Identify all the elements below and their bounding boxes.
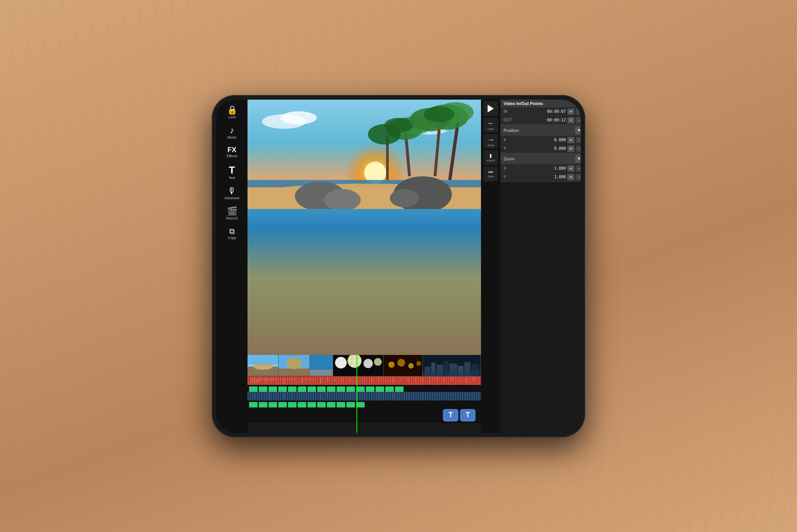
effects-label: Effects xyxy=(226,154,237,158)
green-marker xyxy=(307,386,316,392)
position-chevron[interactable]: ▼ xyxy=(575,126,581,134)
svg-point-32 xyxy=(286,358,302,369)
clip-1[interactable] xyxy=(248,355,279,376)
in-plus-btn[interactable]: + xyxy=(567,109,574,115)
undo-button[interactable]: ← Undo xyxy=(483,118,498,132)
zoom-title: Zoom xyxy=(504,156,514,161)
green-marker-2 xyxy=(278,402,287,407)
tools-button[interactable]: ••• Tools xyxy=(483,167,498,181)
zoom-header: Zoom ▼ xyxy=(500,153,581,164)
green-marker-2 xyxy=(356,402,365,407)
playhead[interactable] xyxy=(356,355,357,433)
svg-rect-31 xyxy=(279,369,310,376)
out-label: OUT xyxy=(504,118,513,122)
clip-3[interactable] xyxy=(310,355,333,376)
tool-effects[interactable]: FX Effects xyxy=(216,143,248,161)
pos-y-value: 0.000 xyxy=(515,146,566,151)
pos-x-plus-btn[interactable]: + xyxy=(567,137,574,143)
green-marker xyxy=(278,386,287,392)
clip-2[interactable] xyxy=(279,355,310,376)
redo-icon: → xyxy=(487,136,494,144)
zoom-y-row: Y 1.000 + - xyxy=(500,173,581,181)
export-button[interactable]: ⬆ Export xyxy=(483,150,498,165)
svg-rect-58 xyxy=(423,370,481,376)
play-button[interactable] xyxy=(483,101,498,116)
zoom-x-row: X 1.000 + - xyxy=(500,164,581,173)
music-icon: ♪ xyxy=(230,126,234,135)
zoom-y-minus-btn[interactable]: - xyxy=(576,174,581,180)
timeline-area: T T xyxy=(248,355,481,433)
tool-record[interactable]: 🎬 Record xyxy=(216,204,248,223)
undo-label: Undo xyxy=(488,128,494,130)
pos-x-label: X xyxy=(504,138,513,142)
zoom-y-value: 1.000 xyxy=(515,175,566,179)
svg-rect-34 xyxy=(310,370,333,376)
lock-label: Lock xyxy=(228,115,235,119)
redo-label: Redo xyxy=(488,144,494,147)
zoom-x-label: X xyxy=(504,166,513,170)
tool-music[interactable]: ♪ Music xyxy=(216,123,248,142)
clip-bokeh2[interactable] xyxy=(384,355,423,376)
green-marker xyxy=(259,386,267,392)
green-marker xyxy=(288,386,297,392)
copy-icon: ⧉ xyxy=(229,227,235,235)
zoom-y-plus-btn[interactable]: + xyxy=(567,174,574,180)
title-btn-2[interactable]: T xyxy=(460,409,476,421)
voiceover-icon: 🎙 xyxy=(228,187,236,195)
green-marker xyxy=(376,386,384,392)
zoom-x-plus-btn[interactable]: + xyxy=(567,165,574,172)
beach-svg xyxy=(248,100,481,209)
zoom-x-minus-btn[interactable]: - xyxy=(576,165,581,172)
green-marker-2 xyxy=(337,402,345,407)
green-marker-2 xyxy=(346,402,355,407)
in-row: IN 00:00:07 + - xyxy=(500,107,581,116)
green-marker xyxy=(385,386,394,392)
green-marker-2 xyxy=(307,402,316,407)
voiceover-label: Voiceover xyxy=(224,196,240,200)
redo-button[interactable]: → Redo xyxy=(483,134,498,149)
pos-x-minus-btn[interactable]: - xyxy=(576,137,581,143)
copy-label: Copy xyxy=(228,236,236,240)
video-preview xyxy=(248,100,481,355)
green-marker xyxy=(356,386,365,392)
clip-bokeh[interactable] xyxy=(333,355,384,376)
in-label: IN xyxy=(504,109,513,114)
green-marker xyxy=(298,386,306,392)
svg-rect-29 xyxy=(248,355,279,365)
zoom-chevron[interactable]: ▼ xyxy=(575,155,581,163)
title-track: T T xyxy=(248,407,481,423)
tool-voiceover[interactable]: 🎙 Voiceover xyxy=(216,184,248,203)
green-marker xyxy=(366,386,374,392)
title-btn-1[interactable]: T xyxy=(443,409,458,421)
svg-rect-59 xyxy=(248,376,481,385)
out-plus-btn[interactable]: + xyxy=(567,117,574,123)
pos-y-plus-btn[interactable]: + xyxy=(567,146,574,152)
zoom-x-value: 1.000 xyxy=(515,166,566,170)
tools-icon: ••• xyxy=(488,170,493,175)
green-marker-2 xyxy=(249,402,258,407)
pos-y-label: Y xyxy=(504,146,513,151)
svg-rect-120 xyxy=(248,392,481,400)
main-content: T T xyxy=(248,100,481,433)
tool-text[interactable]: T Text xyxy=(216,162,248,183)
text-icon: T xyxy=(229,165,235,175)
record-label: Record xyxy=(226,216,237,220)
effects-icon: FX xyxy=(227,146,236,153)
out-minus-btn[interactable]: - xyxy=(576,117,581,123)
in-minus-btn[interactable]: - xyxy=(576,109,581,115)
out-value: 00:00:12 xyxy=(515,118,566,122)
green-marker-2 xyxy=(259,402,267,407)
pos-x-value: 0.000 xyxy=(515,138,566,142)
green-marker-2 xyxy=(298,402,306,407)
svg-point-39 xyxy=(374,358,382,366)
green-marker-2 xyxy=(327,402,335,407)
tool-copy[interactable]: ⧉ Copy xyxy=(216,224,248,243)
position-section: Position ▼ X 0.000 + - Y 0.000 + - xyxy=(500,125,581,153)
svg-point-12 xyxy=(390,189,419,207)
tool-lock[interactable]: 🔒 Lock xyxy=(216,103,248,122)
text-label: Text xyxy=(229,176,235,180)
pos-y-minus-btn[interactable]: - xyxy=(576,146,581,152)
clip-city[interactable] xyxy=(423,355,481,376)
green-marker xyxy=(395,386,404,392)
waveform-track-2 xyxy=(248,392,481,400)
